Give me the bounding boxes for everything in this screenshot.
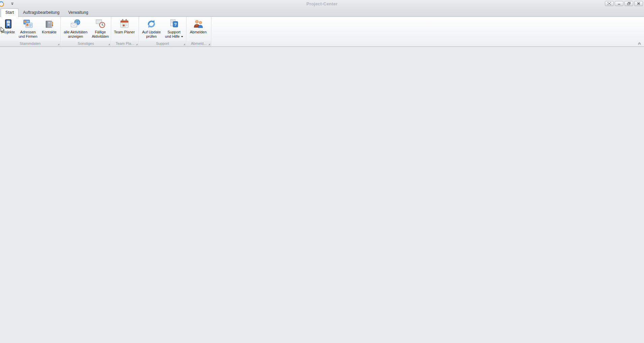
button-label: Abmelden bbox=[190, 30, 207, 34]
button-label-line2: Aktivitäten bbox=[92, 34, 109, 39]
tab-verwaltung[interactable]: Verwaltung bbox=[64, 9, 92, 17]
restore-button[interactable] bbox=[624, 1, 633, 6]
dialog-launcher-icon[interactable] bbox=[136, 43, 138, 45]
ribbon-group-stammdaten: Projekte bbox=[0, 17, 61, 46]
ribbon-group-support: Auf Update prüfen ? bbox=[139, 17, 186, 46]
group-caption-team-planer: Team Pla... bbox=[111, 41, 139, 46]
svg-text:?: ? bbox=[174, 22, 177, 27]
group-caption-label: Support bbox=[156, 41, 169, 45]
ribbon-button-alle-aktivitaeten-anzeigen[interactable]: alle Aktivitäten anzeigen bbox=[62, 18, 89, 39]
ribbon-button-abmelden[interactable]: Abmelden bbox=[187, 18, 209, 34]
tab-start[interactable]: Start bbox=[1, 8, 19, 17]
button-label-line2: prüfen bbox=[146, 34, 156, 39]
ribbon-group-sonstiges: alle Aktivitäten anzeigen bbox=[61, 17, 111, 46]
app-window: Project-Center bbox=[0, 0, 644, 343]
calendar-clock-icon bbox=[95, 19, 106, 29]
help-icon: ? bbox=[169, 19, 179, 29]
button-label: Support bbox=[168, 30, 181, 34]
titlebar[interactable]: Project-Center bbox=[0, 0, 644, 9]
ribbon-button-adressen-und-firmen[interactable]: Adressen und Firmen bbox=[17, 18, 39, 39]
button-label: alle Aktivitäten bbox=[64, 30, 87, 34]
ribbon-button-faellige-aktivitaeten[interactable]: Fällige Aktivitäten bbox=[91, 18, 110, 39]
logout-users-icon bbox=[193, 19, 204, 29]
window-title: Project-Center bbox=[0, 1, 644, 6]
ribbon-group-team-planer: Team Planer Team Pla... bbox=[111, 17, 139, 46]
group-caption-abmelden: Abmeld... bbox=[186, 41, 211, 46]
button-label-line2: und Hilfe bbox=[165, 34, 179, 39]
minimize-icon bbox=[617, 2, 621, 5]
group-caption-support: Support bbox=[139, 41, 186, 46]
button-label-line2: und Firmen bbox=[19, 34, 37, 39]
button-label: Auf Update bbox=[142, 30, 160, 34]
group-caption-label: Abmeld... bbox=[191, 41, 206, 45]
address-cards-icon bbox=[23, 19, 33, 29]
fit-window-icon bbox=[607, 2, 611, 5]
ribbon-button-team-planer[interactable]: Team Planer bbox=[112, 18, 137, 34]
group-caption-label: Stammdaten bbox=[20, 41, 40, 45]
team-calendar-icon bbox=[119, 19, 130, 29]
ribbon: Projekte bbox=[0, 17, 644, 47]
mouse-cursor bbox=[0, 27, 5, 33]
dialog-launcher-icon[interactable] bbox=[208, 43, 210, 45]
close-icon bbox=[637, 2, 641, 5]
button-label: Kontakte bbox=[42, 30, 56, 34]
dialog-launcher-icon[interactable] bbox=[183, 43, 185, 45]
minimize-button[interactable] bbox=[615, 1, 623, 6]
contacts-book-icon bbox=[44, 19, 55, 29]
group-caption-stammdaten: Stammdaten bbox=[0, 41, 60, 46]
ribbon-group-abmelden: Abmelden Abmeld... bbox=[186, 17, 211, 46]
group-caption-label: Team Pla... bbox=[116, 41, 134, 45]
group-caption-label: Sonstiges bbox=[78, 41, 94, 45]
close-button[interactable] bbox=[634, 1, 643, 6]
content-area bbox=[0, 47, 644, 343]
group-caption-sonstiges: Sonstiges bbox=[61, 41, 111, 46]
tab-auftragsbearbeitung[interactable]: Auftragsbearbeitung bbox=[19, 9, 64, 17]
ribbon-groups: Projekte bbox=[0, 17, 644, 46]
restore-icon bbox=[627, 2, 631, 5]
window-header: Project-Center bbox=[0, 0, 644, 17]
button-label: Fällige bbox=[95, 30, 106, 34]
mail-globe-icon bbox=[70, 19, 81, 29]
window-controls bbox=[605, 1, 643, 6]
update-refresh-icon bbox=[146, 19, 157, 29]
button-label: Team Planer bbox=[114, 30, 135, 34]
dialog-launcher-icon[interactable] bbox=[108, 43, 110, 45]
ribbon-button-kontakte[interactable]: Kontakte bbox=[40, 18, 58, 34]
ribbon-button-auf-update-pruefen[interactable]: Auf Update prüfen bbox=[141, 18, 162, 39]
collapse-ribbon-icon[interactable] bbox=[637, 42, 642, 45]
dropdown-caret-icon bbox=[181, 36, 183, 37]
button-label: Adressen bbox=[20, 30, 36, 34]
button-label-line2: anzeigen bbox=[68, 34, 83, 39]
fit-window-button[interactable] bbox=[605, 1, 614, 6]
dialog-launcher-icon[interactable] bbox=[58, 43, 59, 45]
ribbon-tab-bar: Start Auftragsbearbeitung Verwaltung bbox=[0, 9, 644, 17]
ribbon-button-support-und-hilfe[interactable]: ? Support und Hilfe bbox=[163, 18, 185, 39]
